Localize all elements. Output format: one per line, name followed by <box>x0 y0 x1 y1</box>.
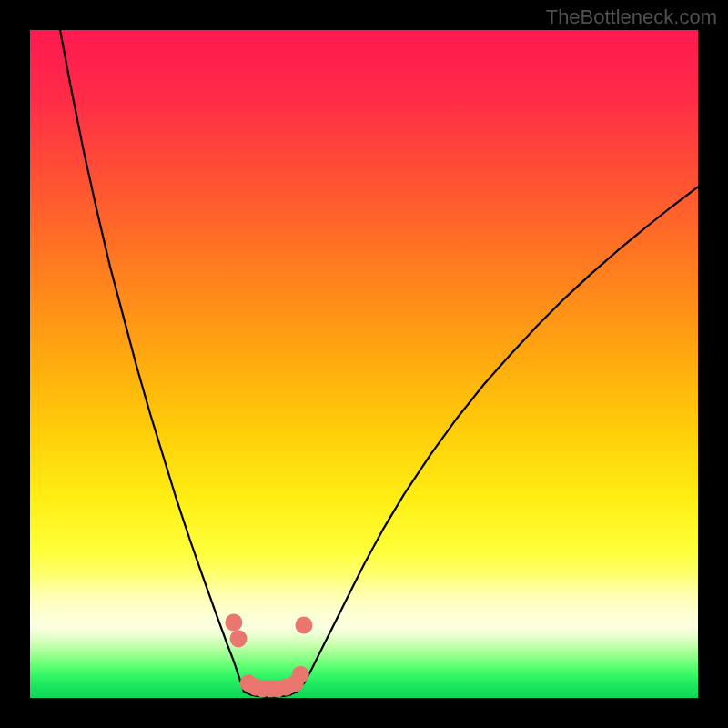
svg-point-11 <box>295 616 312 633</box>
svg-rect-0 <box>30 30 698 698</box>
svg-point-2 <box>230 630 248 647</box>
chart-svg <box>30 30 698 698</box>
watermark-text: TheBottleneck.com <box>546 5 717 29</box>
svg-point-1 <box>225 614 242 632</box>
svg-point-10 <box>292 666 309 683</box>
bottleneck-chart <box>30 30 698 698</box>
